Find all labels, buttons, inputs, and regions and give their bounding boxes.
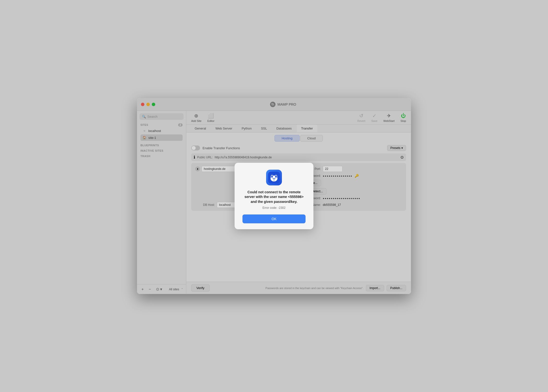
dialog-title: Could not connect to the remote server w… bbox=[242, 190, 306, 204]
mamp-elephant-icon bbox=[268, 172, 280, 183]
svg-point-10 bbox=[273, 180, 275, 181]
dialog-ok-button[interactable]: OK bbox=[242, 214, 306, 223]
svg-point-8 bbox=[273, 178, 274, 179]
main-window: 🐘 MAMP PRO 🔍 Search SITES 2 ○ localhost bbox=[137, 98, 411, 294]
dialog-overlay: Could not connect to the remote server w… bbox=[137, 98, 411, 294]
dialog-mamp-icon bbox=[266, 170, 282, 185]
svg-point-7 bbox=[275, 175, 277, 178]
dialog-error-code: Error code: -2302 bbox=[262, 206, 285, 210]
svg-point-6 bbox=[271, 175, 273, 178]
svg-point-9 bbox=[274, 178, 275, 179]
error-dialog: Could not connect to the remote server w… bbox=[235, 163, 313, 229]
